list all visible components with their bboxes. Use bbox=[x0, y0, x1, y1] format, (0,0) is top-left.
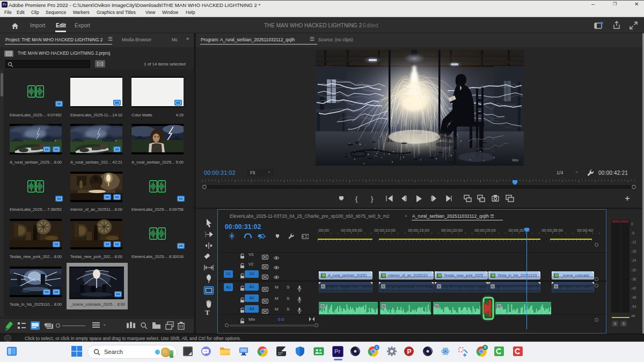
svg-text:{: { bbox=[355, 195, 358, 203]
svg-text:Veo: Veo bbox=[512, 158, 518, 162]
svg-text:fx: fx bbox=[479, 198, 481, 201]
svg-text:P: P bbox=[407, 348, 412, 356]
svg-text:T: T bbox=[205, 308, 210, 315]
svg-text:}: } bbox=[371, 195, 374, 203]
svg-text:◈: ◈ bbox=[44, 322, 47, 326]
